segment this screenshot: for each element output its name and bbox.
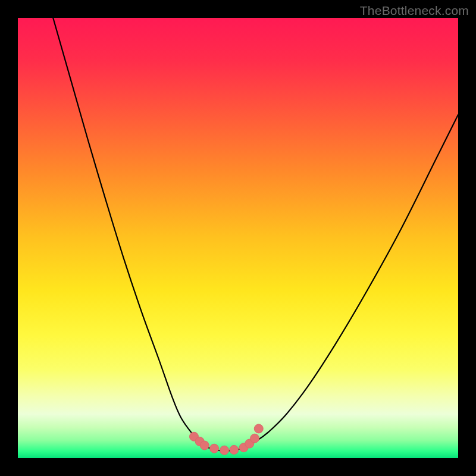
valley-marker-dot: [230, 445, 239, 454]
valley-marker-dot: [250, 434, 259, 443]
valley-markers: [190, 424, 264, 455]
valley-marker-dot: [254, 424, 263, 433]
plot-area: [18, 18, 458, 458]
watermark-text: TheBottleneck.com: [360, 4, 469, 18]
valley-marker-dot: [200, 441, 209, 450]
outer-frame: TheBottleneck.com: [0, 0, 476, 476]
chart-svg: [18, 18, 458, 458]
valley-marker-dot: [210, 444, 219, 453]
bottleneck-curve: [53, 18, 458, 451]
valley-marker-dot: [220, 446, 229, 455]
